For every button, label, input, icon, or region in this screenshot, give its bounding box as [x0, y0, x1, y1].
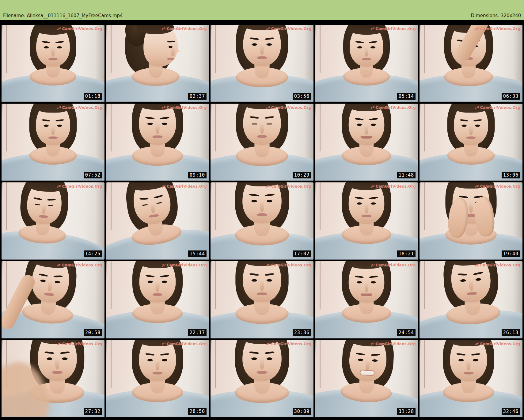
left-eye [147, 123, 153, 125]
person-figure [2, 340, 104, 417]
mouth [48, 136, 58, 139]
watermark-text: CamGirlVideos.Org [376, 342, 416, 346]
right-eye [267, 279, 272, 282]
thumbnail-timestamp: 26:13 [502, 329, 520, 336]
thumbnail: CamGirlVideos.Org 31:28 [315, 340, 418, 417]
watermark: CamGirlVideos.Org [266, 27, 311, 31]
right-eye [371, 281, 376, 283]
watermark-logo-icon [475, 106, 480, 110]
right-eyebrow [473, 272, 483, 275]
watermark-logo-icon [266, 185, 271, 189]
right-eyebrow [60, 351, 70, 354]
left-eye [458, 359, 464, 361]
webcam-scene: CamGirlVideos.Org 26:13 [420, 261, 522, 338]
nose [260, 45, 264, 55]
thumbnail: CamGirlVideos.Org 18:21 [315, 182, 418, 260]
nose [365, 360, 370, 371]
thumbnail: CamGirlVideos.Org 02:37 [106, 25, 209, 102]
thumbnail: CamGirlVideos.Org 13:06 [420, 104, 522, 181]
webcam-scene: CamGirlVideos.Org 20:58 [2, 261, 104, 338]
thumbnail-timestamp: 22:17 [188, 329, 207, 336]
thumbnail: CamGirlVideos.Org 23:36 [211, 261, 313, 338]
webcam-scene: CamGirlVideos.Org 18:21 [315, 182, 418, 260]
watermark-text: CamGirlVideos.Org [480, 27, 520, 31]
left-eyebrow [458, 273, 468, 276]
watermark: CamGirlVideos.Org [161, 105, 207, 110]
thumbnail: CamGirlVideos.Org 26:13 [420, 261, 522, 338]
person-figure [106, 104, 209, 181]
webcam-scene: CamGirlVideos.Org 30:09 [211, 340, 313, 417]
watermark: CamGirlVideos.Org [370, 263, 416, 267]
left-eyebrow [356, 353, 365, 356]
left-eye [357, 46, 362, 48]
nose [260, 281, 264, 291]
watermark-text: CamGirlVideos.Org [376, 27, 416, 31]
person-figure [315, 25, 418, 102]
webcam-scene: CamGirlVideos.Org 10:29 [211, 104, 313, 181]
thumbnail: CamGirlVideos.Org 27:32 [2, 340, 104, 417]
thumbnail: CamGirlVideos.Org 05:14 [315, 25, 418, 102]
right-eyebrow [265, 273, 274, 276]
left-eye [44, 46, 49, 48]
nose [150, 203, 155, 214]
watermark-text: CamGirlVideos.Org [167, 263, 207, 267]
right-eye [57, 46, 62, 48]
left-eyebrow [139, 198, 148, 200]
person-figure [420, 340, 522, 417]
watermark-text: CamGirlVideos.Org [62, 184, 102, 189]
watermark: CamGirlVideos.Org [266, 184, 311, 189]
contact-sheet: CamGirlVideos.Org 01:18 [2, 25, 522, 417]
right-eye [475, 124, 480, 127]
right-eye [475, 278, 481, 281]
left-eyebrow [42, 41, 50, 43]
watermark-text: CamGirlVideos.Org [376, 184, 416, 189]
person-figure [315, 261, 418, 338]
nose [365, 204, 369, 213]
mouth [362, 58, 371, 60]
webcam-scene: CamGirlVideos.Org 06:33 [420, 25, 522, 102]
mouth [360, 370, 374, 375]
watermark: CamGirlVideos.Org [475, 105, 520, 110]
watermark-logo-icon [57, 342, 62, 346]
thumbnail: CamGirlVideos.Org 03:56 [211, 25, 313, 102]
left-eye [357, 281, 362, 283]
watermark: CamGirlVideos.Org [161, 184, 207, 189]
webcam-scene: CamGirlVideos.Org 02:37 [106, 25, 209, 102]
webcam-scene: CamGirlVideos.Org 23:36 [211, 261, 313, 338]
mouth [466, 136, 476, 139]
webcam-scene: CamGirlVideos.Org 03:56 [211, 25, 313, 102]
thumbnail-timestamp: 19:40 [502, 250, 520, 257]
thumbnail: CamGirlVideos.Org 28:50 [106, 340, 209, 417]
person-figure [211, 182, 313, 260]
face [243, 104, 281, 145]
right-eyebrow [265, 116, 274, 119]
left-eye [251, 200, 257, 202]
person-figure [315, 340, 418, 417]
mouth [167, 58, 174, 60]
watermark-text: CamGirlVideos.Org [271, 27, 311, 31]
webcam-scene: CamGirlVideos.Org 27:32 [2, 340, 104, 417]
nose [155, 360, 159, 370]
watermark-logo-icon [370, 27, 375, 31]
left-eyebrow [145, 353, 154, 356]
watermark-logo-icon [266, 27, 271, 31]
dimensions-line: Dimensions: 320x240 [459, 13, 521, 19]
watermark: CamGirlVideos.Org [266, 342, 311, 346]
right-eyebrow [47, 199, 56, 201]
left-eyebrow [33, 197, 42, 200]
watermark-logo-icon [266, 263, 271, 267]
thumbnail: CamGirlVideos.Org 07:52 [2, 104, 104, 181]
watermark: CamGirlVideos.Org [161, 263, 207, 267]
watermark-text: CamGirlVideos.Org [62, 342, 102, 346]
left-eyebrow [460, 119, 468, 121]
webcam-scene: CamGirlVideos.Org 09:10 [106, 104, 209, 181]
right-eyebrow [471, 353, 480, 356]
person-figure [420, 104, 522, 181]
watermark-text: CamGirlVideos.Org [480, 342, 520, 346]
thumbnail: CamGirlVideos.Org 09:10 [106, 104, 209, 181]
thumbnail-timestamp: 14:25 [84, 250, 102, 257]
watermark-logo-icon [57, 263, 62, 267]
watermark-logo-icon [161, 106, 166, 110]
right-eye [370, 46, 375, 48]
right-eyebrow [55, 41, 64, 43]
